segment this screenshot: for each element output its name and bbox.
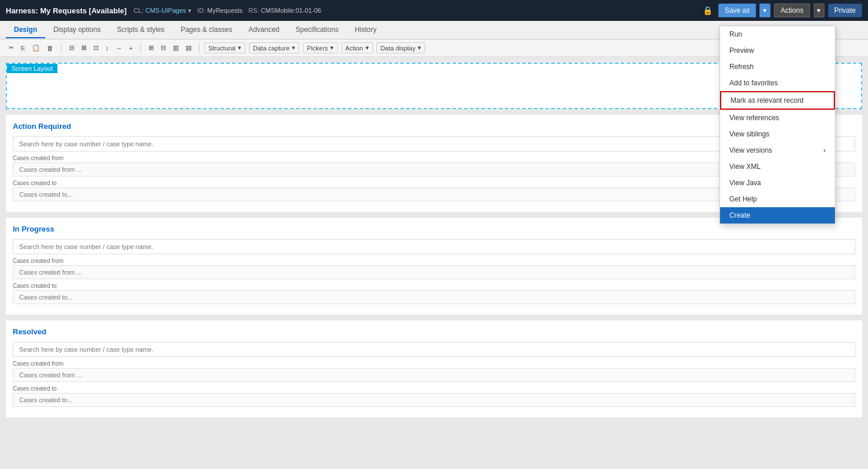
toolbar-view-3[interactable]: ▥ [170,42,182,53]
header: Harness: My Requests [Available] CL: CMS… [0,0,868,21]
toolbar-group-view: ⊞ ⊟ ▥ ▤ [146,42,200,53]
menu-item-add-favorites[interactable]: Add to favorites [720,75,835,91]
header-left: Harness: My Requests [Available] CL: CMS… [6,6,321,15]
dropdown-action[interactable]: Action ▾ [341,42,373,53]
toolbar-view-1[interactable]: ⊞ [146,42,157,53]
private-button[interactable]: Private [828,3,862,17]
toolbar-delete[interactable]: 🗑 [44,43,56,53]
tab-pages-classes[interactable]: Pages & classes [172,22,240,38]
toolbar-layout-2[interactable]: ⊠ [78,42,89,53]
menu-item-get-help[interactable]: Get Help [720,191,835,207]
tab-history[interactable]: History [347,22,385,38]
id-section: ID: MyRequests [197,7,243,15]
chevron-down-icon: ▾ [238,44,241,52]
field-label-cases-from-2: Cases created from [13,360,855,367]
rs-section: RS: CMSMobile:01-01-06 [248,7,321,15]
toolbar-layout-4[interactable]: ↕ [103,43,112,53]
menu-item-create[interactable]: Create [720,207,835,223]
search-input-in-progress[interactable] [13,239,855,254]
menu-item-mark-relevant[interactable]: Mark as relevant record [720,91,835,110]
field-label-cases-from-1: Cases created from [13,258,855,264]
cl-arrow[interactable]: ▾ [188,7,191,14]
actions-arrow-button[interactable]: ▾ [813,3,824,17]
menu-item-view-references[interactable]: View references [720,110,835,126]
actions-dropdown-menu: Run Preview Refresh Add to favorites Mar… [719,26,836,224]
field-cases-from-2[interactable] [13,368,855,382]
tab-advanced[interactable]: Advanced [240,22,287,38]
toolbar-copy[interactable]: ⎘ [18,43,28,53]
section-in-progress: In Progress Cases created from Cases cre… [6,218,862,315]
chevron-down-icon: ▾ [418,44,421,52]
field-label-cases-to-2: Cases created to [13,385,855,392]
toolbar-layout-3[interactable]: ⊡ [91,42,102,53]
dropdown-data-display[interactable]: Data display ▾ [377,42,426,53]
chevron-down-icon: ▾ [330,44,334,52]
field-cases-from-1[interactable] [13,265,855,279]
menu-item-view-versions[interactable]: View versions › [720,142,835,158]
actions-button[interactable]: Actions [774,3,809,17]
menu-item-preview[interactable]: Preview [720,42,835,59]
toolbar-view-4[interactable]: ▤ [183,42,194,53]
screen-layout-label: Screen Layout [7,64,57,73]
toolbar-layout-6[interactable]: + [126,43,136,53]
field-cases-to-1[interactable] [13,290,855,304]
cl-label: CL: CMS-UIPages ▾ [133,7,191,15]
save-as-button[interactable]: Save as [718,3,756,17]
section-resolved: Resolved Cases created from Cases create… [6,320,862,417]
toolbar-cut[interactable]: ✂ [6,42,17,53]
menu-item-view-siblings[interactable]: View siblings [720,126,835,142]
tab-scripts-styles[interactable]: Scripts & styles [108,22,172,38]
rs-value: CMSMobile:01-01-06 [261,7,321,14]
toolbar-group-layout: ⊟ ⊠ ⊡ ↕ ↔ + [66,42,141,53]
menu-item-run[interactable]: Run [720,26,835,42]
section-title-resolved: Resolved [13,327,855,336]
dropdown-structural[interactable]: Structural ▾ [204,42,245,53]
toolbar-group-edit: ✂ ⎘ 📋 🗑 [6,42,62,53]
lock-icon: 🔒 [703,6,713,15]
field-label-cases-to-1: Cases created to [13,283,855,289]
section-title-in-progress: In Progress [13,225,855,233]
tab-design[interactable]: Design [6,22,45,38]
chevron-down-icon: ▾ [366,44,369,52]
header-meta: CL: CMS-UIPages ▾ ID: MyRequests RS: CMS… [133,7,321,15]
menu-item-view-java[interactable]: View Java [720,175,835,191]
id-value: MyRequests [207,7,243,14]
save-as-arrow-button[interactable]: ▾ [760,3,771,17]
toolbar-paste[interactable]: 📋 [29,42,43,53]
dropdown-data-capture[interactable]: Data capture ▾ [249,42,299,53]
menu-item-view-xml[interactable]: View XML [720,158,835,175]
toolbar-layout-5[interactable]: ↔ [113,43,125,53]
menu-item-refresh[interactable]: Refresh [720,59,835,75]
search-input-resolved[interactable] [13,342,855,357]
chevron-right-icon: › [823,146,826,154]
toolbar-layout-1[interactable]: ⊟ [66,42,77,53]
page-title: Harness: My Requests [Available] [6,6,126,15]
cl-value[interactable]: CMS-UIPages [146,7,186,14]
tab-display-options[interactable]: Display options [45,22,108,38]
toolbar-view-2[interactable]: ⊟ [158,42,169,53]
tab-specifications[interactable]: Specifications [288,22,347,38]
field-cases-to-2[interactable] [13,393,855,407]
dropdown-pickers[interactable]: Pickers ▾ [303,42,338,53]
chevron-down-icon: ▾ [292,44,295,52]
header-right: 🔒 Save as ▾ Actions ▾ Private [703,3,862,17]
